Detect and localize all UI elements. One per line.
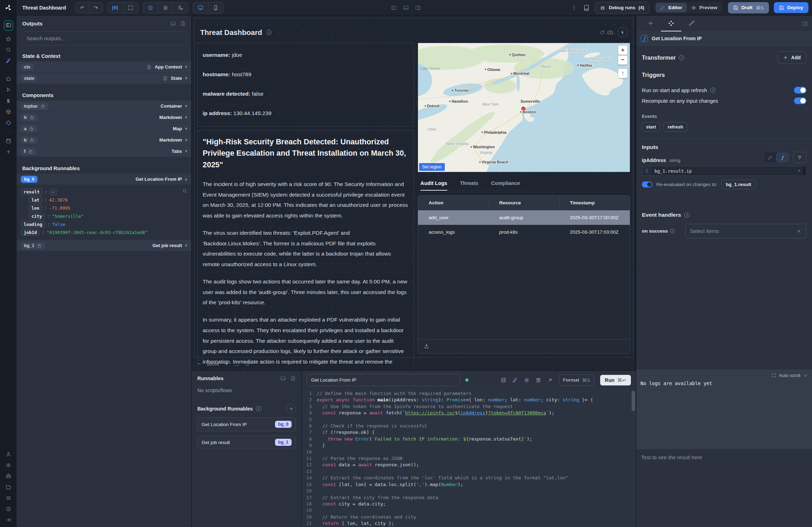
info-icon[interactable]: i xyxy=(266,30,271,35)
markdown-fields-component[interactable]: username jdoehostname host789malware det… xyxy=(197,43,414,127)
map-component[interactable]: QuébecMontréalOttawaTorontoHamiltonDetro… xyxy=(418,43,630,172)
info-icon[interactable]: i xyxy=(670,229,675,233)
toggle-bottom-panel-icon[interactable] xyxy=(403,5,409,11)
triggers-bolt-button[interactable] xyxy=(618,28,627,37)
magic-wand-icon[interactable] xyxy=(6,58,11,64)
code-line[interactable]: 12 const data = await response.json(); xyxy=(302,462,636,468)
component-row[interactable]: f Tabs▾ xyxy=(17,146,191,157)
toggle-switch[interactable] xyxy=(794,87,806,94)
theme-light-button[interactable] xyxy=(158,2,173,13)
code-line[interactable]: 17 // Extract the city from the response… xyxy=(302,495,636,501)
code-line[interactable]: 7 if (!response.ok) { xyxy=(302,429,636,436)
expand-expression-icon[interactable] xyxy=(796,169,801,173)
toggle-switch[interactable] xyxy=(794,97,806,104)
code-line[interactable]: 4 const response = await fetch(`https://… xyxy=(302,410,636,416)
redo-button[interactable]: ↷ xyxy=(89,2,103,13)
chevron-down-icon[interactable]: ▾ xyxy=(185,104,187,108)
code-line[interactable]: 20 // Return the coordinates and city xyxy=(302,514,636,520)
home-icon[interactable] xyxy=(6,76,11,82)
code-line[interactable]: 15 const [lat, lon] = data.loc.split(','… xyxy=(302,481,636,488)
expand-editor-icon[interactable] xyxy=(547,377,553,383)
styling-tab[interactable] xyxy=(681,16,702,31)
mobile-view-button[interactable] xyxy=(208,2,223,13)
code-line[interactable]: 21 return { lon, lat, city }; xyxy=(302,520,636,527)
bg1-output-row[interactable]: bg_1 Get job result▾ xyxy=(17,240,191,251)
chevron-down-icon[interactable]: ▾ xyxy=(185,65,187,69)
star-icon[interactable] xyxy=(6,36,11,42)
code-line[interactable]: 5 xyxy=(302,417,636,423)
draft-button[interactable]: Draft⌘S xyxy=(728,2,769,13)
undo-button[interactable]: ↶ xyxy=(76,2,89,13)
editor-settings-icon[interactable] xyxy=(524,377,530,383)
runnables-panel-icon[interactable] xyxy=(280,376,286,381)
add-background-runnable-button[interactable] xyxy=(286,404,296,413)
code-line[interactable]: 6 // Check if the response is successful xyxy=(302,423,636,429)
chevron-up-icon[interactable]: ▴ xyxy=(185,177,187,181)
code-line[interactable]: 14 // Extract the coordinates from the '… xyxy=(302,475,636,481)
variables-icon[interactable]: $ xyxy=(7,98,10,104)
zoom-out-button[interactable]: − xyxy=(197,361,201,367)
component-row[interactable]: topbar Container▾ xyxy=(17,101,191,112)
download-icon[interactable] xyxy=(424,343,429,349)
result-field-row[interactable]: city : "Somerville" xyxy=(29,212,187,220)
chevron-down-icon[interactable]: ▾ xyxy=(185,149,187,154)
chevron-down-icon[interactable]: ▾ xyxy=(185,126,187,131)
collapse-rail-icon[interactable] xyxy=(6,517,11,523)
runnable-item[interactable]: Get Location From IP bg_0 xyxy=(197,417,296,431)
chevron-down-icon[interactable]: ▾ xyxy=(185,115,187,120)
code-editor[interactable]: 1// Define the main function with the re… xyxy=(302,389,636,527)
expand-logs-icon[interactable] xyxy=(771,373,776,378)
format-button[interactable]: Format⌘S xyxy=(559,375,594,386)
code-line[interactable]: 2export async function main(ipAddress: s… xyxy=(302,397,636,403)
component-row[interactable]: a Map▾ xyxy=(17,123,191,134)
delete-icon[interactable] xyxy=(536,377,541,383)
more-menu-icon[interactable]: ⋮ xyxy=(570,4,578,11)
result-field-row[interactable]: lat : 42.3876 xyxy=(29,196,187,204)
resources-icon[interactable] xyxy=(6,109,11,115)
result-field-row[interactable]: jobId : "0199390f-2843-ceac-dc03-cf8b242… xyxy=(21,228,187,236)
code-line[interactable]: 10 xyxy=(302,449,636,455)
outputs-doc-icon[interactable] xyxy=(180,21,186,26)
component-row[interactable]: b Markdown▾ xyxy=(17,134,191,146)
info-icon[interactable]: i xyxy=(710,88,716,93)
column-header[interactable]: Resource xyxy=(489,196,559,210)
clear-selection-icon[interactable] xyxy=(796,229,801,234)
input-expression-editor[interactable]: 1 bg_1.result.ip xyxy=(642,166,806,176)
code-line[interactable]: 3 // Use the token from the Ipinfo resou… xyxy=(302,403,636,410)
add-icon[interactable] xyxy=(6,149,11,155)
code-line[interactable]: 19 xyxy=(302,507,636,514)
add-transformer-button[interactable]: Add xyxy=(777,51,806,64)
code-line[interactable]: 11 // Parse the response as JSON xyxy=(302,455,636,462)
info-icon[interactable]: i xyxy=(256,406,261,411)
run-button[interactable]: Run⌘↵ xyxy=(600,375,631,385)
runnable-item[interactable]: Get job result bg_1 xyxy=(197,435,296,449)
markdown-report-component[interactable]: "High-Risk Security Breach Detected: Una… xyxy=(197,130,414,370)
search-json-icon[interactable] xyxy=(182,188,187,193)
code-line[interactable]: 18 const city = data.city; xyxy=(302,501,636,507)
component-settings-tab[interactable] xyxy=(661,16,681,31)
menu-icon[interactable] xyxy=(6,495,11,501)
reset-zoom-icon[interactable] xyxy=(245,361,250,366)
code-line[interactable]: 16 xyxy=(302,488,636,494)
code-line[interactable]: 9 } xyxy=(302,442,636,449)
history-icon[interactable] xyxy=(6,506,11,512)
code-line[interactable]: 13 xyxy=(302,468,636,475)
map-zoom-out-button[interactable]: − xyxy=(618,55,627,65)
reeval-toggle[interactable] xyxy=(642,181,652,187)
result-field-row[interactable]: loading : false xyxy=(21,220,187,228)
map-zoom-in-button[interactable]: + xyxy=(618,46,627,55)
editor-tab[interactable]: Editor xyxy=(656,3,687,12)
runnables-doc-icon[interactable] xyxy=(290,376,296,381)
output-row[interactable]: ctx App Context▾ xyxy=(17,61,191,73)
deploy-button[interactable]: Deploy xyxy=(774,2,808,13)
desktop-view-button[interactable] xyxy=(193,2,208,13)
on-success-select[interactable]: Select items xyxy=(685,224,806,238)
toggle-left-panel-icon[interactable] xyxy=(391,5,397,11)
collapse-panel-icon[interactable] xyxy=(802,21,808,26)
static-mode-icon[interactable] xyxy=(764,153,776,162)
database-icon[interactable] xyxy=(501,377,506,383)
theme-dark-button[interactable] xyxy=(173,2,188,13)
outputs-panel-icon[interactable] xyxy=(170,21,176,26)
fullscreen-button[interactable] xyxy=(123,2,138,13)
debug-runs-button[interactable]: Debug runs(4) xyxy=(595,2,650,14)
